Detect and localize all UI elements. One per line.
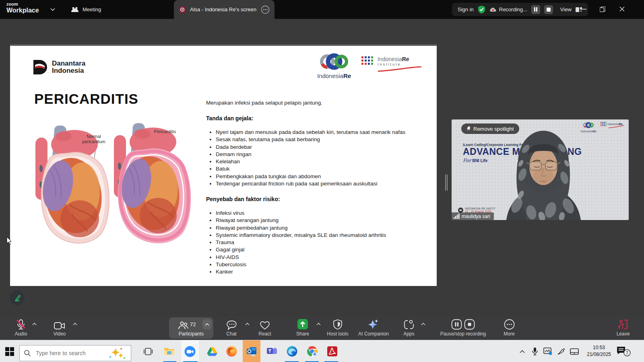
host-tools-shield-icon bbox=[333, 319, 343, 330]
chevron-down-icon[interactable] bbox=[50, 8, 56, 12]
more-button[interactable]: More bbox=[497, 316, 521, 340]
bullet-item: Riwayat pembedahan jantung bbox=[216, 224, 423, 232]
vbg-institute-icon: IndonesiaRe bbox=[601, 122, 625, 129]
search-input[interactable] bbox=[35, 350, 99, 357]
taskbar-file-explorer[interactable] bbox=[160, 340, 178, 362]
taskbar-acrobat[interactable] bbox=[323, 340, 341, 362]
taskbar-outlook[interactable] bbox=[243, 340, 260, 362]
svg-text:7: 7 bbox=[626, 351, 628, 355]
chat-button[interactable]: Chat bbox=[219, 316, 244, 340]
indonesiare-text-bold: Re bbox=[343, 72, 351, 79]
pause-recording-button[interactable] bbox=[531, 5, 540, 14]
shared-screen-slide: Danantara Indonesia IndonesiaRe bbox=[10, 44, 437, 286]
tray-ink-pen-icon[interactable] bbox=[555, 340, 568, 362]
participants-chevron-button[interactable] bbox=[202, 319, 211, 329]
tab-meeting[interactable]: Meeting bbox=[71, 0, 101, 19]
react-button[interactable]: React bbox=[253, 316, 277, 340]
bullet-item: Tuberculosis bbox=[216, 261, 423, 268]
svg-text:Indonesia: Indonesia bbox=[607, 123, 619, 125]
bullet-item: HIV-AIDS bbox=[216, 254, 423, 261]
spotlight-video-tile[interactable]: iLearn Ceding/Corporate Learning Program… bbox=[452, 119, 629, 220]
tab-meeting-label: Meeting bbox=[83, 6, 101, 12]
slide-title: PERICARDITIS bbox=[34, 91, 138, 107]
apps-icon bbox=[404, 320, 414, 330]
bullet-item: Terdengar pericardial friction rub pada … bbox=[216, 180, 423, 187]
institute-text-light: Indonesia bbox=[378, 56, 402, 62]
taskbar-firefox[interactable] bbox=[223, 340, 240, 362]
teams-icon bbox=[266, 346, 277, 356]
stop-recording-button[interactable] bbox=[544, 5, 553, 14]
brand-zoom: zoom bbox=[6, 2, 39, 6]
bullet-item: Riwayat serangan jantung bbox=[216, 217, 423, 224]
apps-button[interactable]: Apps bbox=[398, 316, 420, 340]
zoom-workplace-logo: zoom Workplace bbox=[6, 2, 39, 14]
audio-button[interactable]: Audio bbox=[9, 316, 33, 340]
bullet-item: Batuk bbox=[216, 165, 423, 173]
taskbar-teams[interactable] bbox=[263, 340, 281, 362]
share-options-chevron[interactable] bbox=[316, 322, 321, 326]
leave-button[interactable]: Leave bbox=[611, 316, 635, 340]
bullet-item: Sesak nafas, terutama pada saat berbarin… bbox=[216, 136, 423, 143]
taskbar-edge[interactable] bbox=[283, 340, 301, 362]
acrobat-icon bbox=[327, 346, 337, 356]
svg-text:Re: Re bbox=[619, 123, 623, 125]
taskbar-zoom[interactable] bbox=[181, 340, 199, 362]
screen-share-tab-icon bbox=[179, 6, 186, 13]
pause-recording-toolbar-icon bbox=[451, 319, 462, 330]
taskbar-clock[interactable]: 10:53 21/08/2025 bbox=[583, 344, 615, 358]
bullet-item: Trauma bbox=[216, 239, 423, 246]
clock-time: 10:53 bbox=[583, 344, 615, 351]
copilot-sparkle-icon bbox=[107, 346, 127, 360]
vbg-indonesiare-rings-icon bbox=[582, 122, 595, 128]
taskbar-search[interactable] bbox=[19, 345, 131, 361]
participants-button[interactable]: 72 Participants bbox=[169, 317, 213, 339]
notification-center-button[interactable]: 7 bbox=[615, 340, 633, 362]
task-view-button[interactable] bbox=[139, 340, 157, 362]
heart-icon bbox=[260, 321, 270, 330]
audio-options-chevron[interactable] bbox=[32, 322, 37, 326]
host-tools-button[interactable]: Host tools bbox=[324, 316, 351, 340]
bullet-item: Systemic inflammatory disorder, misalnya… bbox=[216, 232, 423, 239]
panel-resize-handle[interactable] bbox=[444, 175, 448, 191]
vbg-logos: IndonesiaRe IndonesiaRe bbox=[581, 122, 625, 133]
minimize-button[interactable] bbox=[574, 0, 593, 18]
video-options-chevron[interactable] bbox=[73, 322, 77, 326]
chat-options-chevron[interactable] bbox=[245, 322, 250, 326]
remove-spotlight-button[interactable]: Remove spotlight bbox=[461, 123, 519, 134]
tray-show-hidden-icons[interactable] bbox=[515, 340, 529, 362]
audio-level-icon bbox=[454, 214, 460, 219]
video-button[interactable]: Video bbox=[47, 316, 72, 340]
tab-shared-screen[interactable]: Alsa - Indonesia Re's screen bbox=[174, 0, 275, 19]
tab-options-icon[interactable] bbox=[261, 5, 270, 14]
share-button[interactable]: Share bbox=[291, 316, 315, 340]
sign-in-button[interactable]: Sign in bbox=[458, 6, 474, 12]
taskbar-google-drive[interactable] bbox=[203, 340, 221, 362]
participant-name-badge: maulidya sari bbox=[452, 212, 494, 220]
slide-intro: Merupakan infeksi pada selaput pelapis j… bbox=[206, 100, 322, 106]
vbg-client-label: For BNI Life bbox=[463, 158, 487, 163]
maximize-button[interactable] bbox=[593, 0, 612, 18]
annotate-button[interactable] bbox=[10, 290, 25, 305]
indonesiare-text-light: Indonesia bbox=[317, 72, 343, 79]
start-button[interactable] bbox=[1, 340, 19, 362]
google-drive-icon bbox=[207, 347, 217, 356]
pin-icon bbox=[465, 126, 471, 132]
causes-list: Infeksi virusRiwayat serangan jantungRiw… bbox=[206, 210, 423, 276]
indonesiare-institute-logo: IndonesiaRe Institute bbox=[361, 56, 422, 74]
taskbar-chrome[interactable] bbox=[303, 340, 321, 362]
chrome-icon bbox=[307, 346, 318, 357]
recording-indicator: Recording... bbox=[489, 6, 527, 12]
ai-companion-icon bbox=[368, 319, 379, 330]
tray-touchpad-icon[interactable] bbox=[568, 340, 581, 362]
security-shield-icon[interactable] bbox=[478, 5, 485, 14]
tray-microphone-icon[interactable] bbox=[529, 340, 541, 362]
view-button[interactable]: View bbox=[560, 6, 572, 12]
tray-snip-icon[interactable] bbox=[541, 340, 555, 362]
mouse-cursor bbox=[6, 237, 12, 245]
camera-icon bbox=[54, 322, 65, 330]
pause-stop-recording-button[interactable]: Pause/stop recording bbox=[430, 316, 496, 340]
apps-options-chevron[interactable] bbox=[421, 322, 425, 326]
ai-companion-button[interactable]: AI Companion bbox=[356, 316, 391, 340]
close-button[interactable] bbox=[613, 0, 631, 18]
diagram-label-normal: Normalpericardium bbox=[70, 134, 118, 144]
